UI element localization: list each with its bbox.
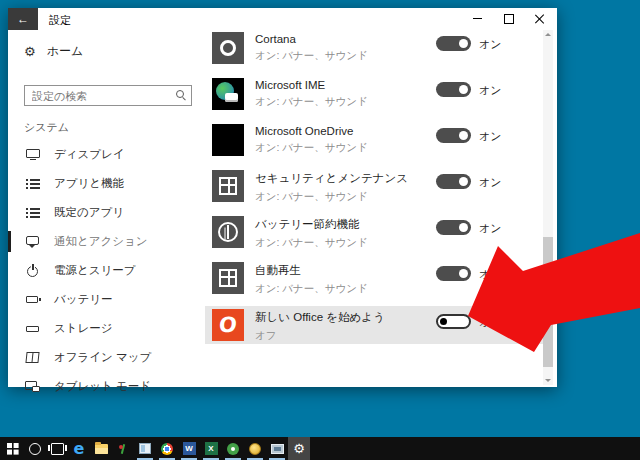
toggle-state-label: オン [479, 175, 502, 190]
notification-row-microsoft-onedrive[interactable]: Microsoft OneDriveオン: バナー、サウンドオン [200, 122, 551, 168]
sidebar-item-label: タブレット モード [54, 379, 151, 394]
app-name: セキュリティとメンテナンス [255, 171, 408, 186]
home-label: ホーム [47, 43, 84, 60]
app-name: 自動再生 [255, 263, 368, 278]
cortana-taskbar-button[interactable] [24, 437, 46, 460]
app-4-taskbar-button[interactable] [244, 437, 266, 460]
app-1-taskbar-button[interactable] [112, 437, 134, 460]
search-input[interactable] [30, 89, 176, 103]
search-icon [176, 90, 187, 101]
minimize-button[interactable] [462, 8, 493, 29]
notification-row-battery-saver[interactable]: バッテリー節約機能オン: バナー、サウンドオン [200, 214, 551, 260]
bubble-icon [25, 234, 41, 250]
chrome-taskbar-button[interactable] [156, 437, 178, 460]
tablet-icon [25, 379, 41, 395]
app-3-taskbar-button[interactable] [222, 437, 244, 460]
toggle-state-label: オフ [479, 315, 502, 330]
start-taskbar-button[interactable] [2, 437, 24, 460]
notification-row-security-maintenance[interactable]: セキュリティとメンテナンスオン: バナー、サウンドオン [200, 168, 551, 214]
scroll-down-icon[interactable] [545, 379, 551, 382]
notification-toggle-autoplay[interactable] [436, 266, 471, 281]
app-notification-status: オン: バナー、サウンド [255, 141, 368, 155]
scrollbar-thumb[interactable] [543, 237, 553, 367]
row-text: 自動再生オン: バナー、サウンド [255, 262, 368, 296]
app-4-icon [249, 443, 261, 455]
word-icon: W [183, 442, 196, 455]
explorer-taskbar-button[interactable] [90, 437, 112, 460]
desktop: ← 設定 ⚙ ホーム システム ディスプレイアプリと機能既定のアプリ通知とアクシ… [0, 0, 640, 460]
notification-toggle-security-maintenance[interactable] [436, 174, 471, 189]
sidebar-item-storage[interactable]: ストレージ [8, 314, 200, 343]
chrome-icon [161, 443, 173, 455]
excel-taskbar-button[interactable]: X [200, 437, 222, 460]
sidebar-item-home[interactable]: ⚙ ホーム [8, 30, 200, 62]
minimize-icon [473, 18, 482, 19]
notification-toggle-microsoft-ime[interactable] [436, 82, 471, 97]
cortana-icon [212, 32, 244, 64]
sidebar-item-label: ディスプレイ [54, 147, 125, 162]
back-button[interactable]: ← [8, 8, 38, 30]
start-icon [7, 443, 19, 455]
row-inner: 自動再生オン: バナー、サウンド [212, 262, 368, 296]
row-inner: セキュリティとメンテナンスオン: バナー、サウンド [212, 170, 408, 204]
sidebar-item-label: バッテリー [54, 292, 113, 307]
sidebar-item-power-sleep[interactable]: 電源とスリープ [8, 256, 200, 285]
sidebar-item-tablet-mode[interactable]: タブレット モード [8, 372, 200, 401]
notification-row-microsoft-ime[interactable]: Microsoft IMEオン: バナー、サウンドオン [200, 76, 551, 122]
power-icon [25, 263, 41, 279]
sidebar-item-label: 電源とスリープ [54, 263, 136, 278]
sidebar-item-notifications[interactable]: 通知とアクション [8, 227, 200, 256]
sidebar-nav: ディスプレイアプリと機能既定のアプリ通知とアクション電源とスリープバッテリースト… [8, 140, 200, 401]
app-5-icon [271, 444, 284, 454]
app-name: Microsoft IME [255, 79, 368, 91]
app-2-taskbar-button[interactable] [134, 437, 156, 460]
notification-toggle-microsoft-onedrive[interactable] [436, 128, 471, 143]
row-text: セキュリティとメンテナンスオン: バナー、サウンド [255, 170, 408, 204]
app-5-taskbar-button[interactable] [266, 437, 288, 460]
settings-taskbar-button[interactable]: ⚙ [288, 437, 310, 460]
app-notification-status: オフ [255, 329, 385, 343]
close-button[interactable] [524, 8, 555, 29]
microsoft-onedrive-icon [212, 124, 244, 156]
battery-saver-icon [212, 216, 244, 248]
sidebar-item-label: 既定のアプリ [54, 205, 124, 220]
notification-toggle-get-office[interactable] [436, 314, 471, 329]
notification-toggle-cortana[interactable] [436, 36, 471, 51]
app-name: バッテリー節約機能 [255, 217, 368, 232]
scroll-up-icon[interactable] [545, 33, 551, 36]
maximize-button[interactable] [493, 8, 524, 29]
notification-row-get-office[interactable]: 新しい Office を始めようオフオフ [205, 306, 551, 344]
sidebar-item-default-apps[interactable]: 既定のアプリ [8, 198, 200, 227]
display-icon [25, 147, 41, 163]
app-notification-status: オン: バナー、サウンド [255, 236, 368, 250]
map-icon [25, 350, 41, 366]
row-text: バッテリー節約機能オン: バナー、サウンド [255, 216, 368, 250]
close-icon [535, 14, 545, 24]
toggle-state-label: オン [479, 129, 502, 144]
word-taskbar-button[interactable]: W [178, 437, 200, 460]
row-text: 新しい Office を始めようオフ [255, 309, 385, 343]
sidebar-item-offline-maps[interactable]: オフライン マップ [8, 343, 200, 372]
taskbar: eWX⚙ [0, 437, 640, 460]
title-bar[interactable]: ← 設定 [8, 8, 557, 30]
edge-taskbar-button[interactable]: e [68, 437, 90, 460]
notification-row-autoplay[interactable]: 自動再生オン: バナー、サウンドオン [200, 260, 551, 306]
toggle-state-label: オン [479, 221, 502, 236]
notification-row-cortana[interactable]: Cortanaオン: バナー、サウンドオン [200, 30, 551, 76]
storage-icon [25, 321, 41, 337]
sidebar-item-display[interactable]: ディスプレイ [8, 140, 200, 169]
sidebar-item-apps-features[interactable]: アプリと機能 [8, 169, 200, 198]
row-inner: Cortanaオン: バナー、サウンド [212, 32, 368, 64]
settings-icon: ⚙ [293, 442, 305, 455]
settings-search-box[interactable] [24, 85, 192, 106]
app-1-icon [118, 443, 128, 455]
sidebar-item-battery[interactable]: バッテリー [8, 285, 200, 314]
edge-icon: e [74, 442, 85, 456]
sidebar-item-label: 通知とアクション [54, 234, 148, 249]
app-2-icon [139, 443, 151, 454]
app-name: Cortana [255, 33, 368, 45]
task-view-taskbar-button[interactable] [46, 437, 68, 460]
scrollbar[interactable] [543, 30, 553, 385]
notification-toggle-battery-saver[interactable] [436, 220, 471, 235]
row-text: Cortanaオン: バナー、サウンド [255, 32, 368, 64]
